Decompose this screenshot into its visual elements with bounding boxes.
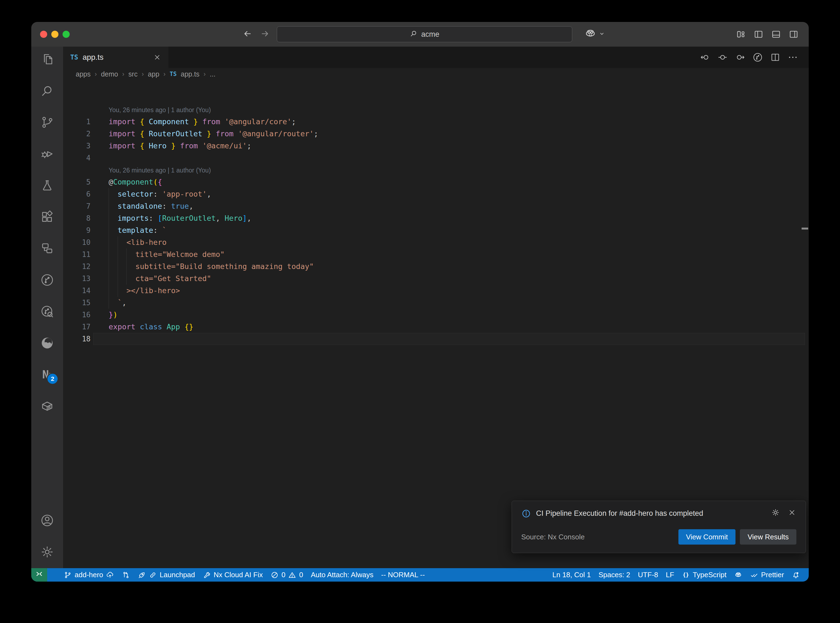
activity-item-edge-devtools[interactable] [40,336,55,350]
code-line: 12 subtitle="Build something amazing tod… [63,261,809,273]
tab-app-ts[interactable]: TS app.ts [63,47,169,68]
prettier-item[interactable]: Prettier [746,568,788,582]
copilot-icon [584,28,597,41]
zoom-window-button[interactable] [63,31,70,38]
git-branch-item[interactable]: add-hero [60,568,118,582]
auto-attach-item-label: Auto Attach: Always [311,571,373,579]
line-number: 1 [63,116,91,128]
breadcrumb-item-file[interactable]: app.ts [181,70,200,78]
activity-item-explorer[interactable] [40,52,55,67]
copilot-status-item[interactable] [730,568,746,582]
view-commit-button[interactable]: View Commit [679,529,736,545]
activity-item-extensions[interactable] [40,210,55,224]
customize-layout-icon[interactable] [736,29,746,40]
copilot-menu[interactable] [584,22,605,47]
code-line: 7 standalone: true, [63,200,809,212]
remote-indicator[interactable] [31,568,47,582]
auto-attach-item[interactable]: Auto Attach: Always [307,568,377,582]
code-text: imports: [RouterOutlet, Hero], [109,212,251,224]
activity-item-remote-explorer[interactable] [40,241,55,256]
breadcrumb-separator: › [204,71,206,78]
docker-icon [40,399,55,413]
problems-item-label: 0 [281,571,285,579]
forward-button[interactable] [260,29,270,40]
close-tab-icon[interactable] [153,53,161,61]
problems-item[interactable]: 00 [267,568,307,582]
git-graph-icon[interactable] [752,52,763,63]
line-number: 18 [63,333,91,345]
line-number: 17 [63,321,91,333]
gitlens-changes-icon[interactable] [717,52,728,63]
gitlens-next-change-icon[interactable] [735,52,746,63]
split-editor-icon[interactable] [770,52,781,63]
view-results-button[interactable]: View Results [740,529,796,545]
notification-toast: CI Pipeline Execution for #add-hero has … [511,501,806,553]
close-window-button[interactable] [40,31,47,38]
back-button[interactable] [243,29,252,40]
code-line: 18 [63,333,809,345]
breadcrumb-overflow[interactable]: ... [210,70,216,78]
editor-group: TS app.ts apps›demo›src›app›TSapp.ts›...… [63,47,809,568]
panel-bottom-icon[interactable] [771,29,781,40]
gitlens-prev-change-icon[interactable] [700,52,711,63]
nx-cloud-ai-fix-item[interactable]: Nx Cloud AI Fix [199,568,267,582]
activity-item-testing[interactable] [40,178,55,193]
activity-item-source-control[interactable] [40,115,55,130]
breadcrumb: apps›demo›src›app›TSapp.ts›... [63,68,809,80]
activity-bar-bottom [31,513,63,559]
typescript-file-icon: TS [70,54,78,61]
code-text: import { Component } from '@angular/core… [109,116,296,128]
activity-item-settings[interactable] [40,545,55,559]
code-text: `, [109,297,126,309]
command-center-search[interactable]: acme [277,26,572,42]
breadcrumb-item-demo[interactable]: demo [101,70,118,78]
git-branch-icon [64,571,72,579]
line-number: 16 [63,309,91,321]
activity-item-gitlens[interactable] [40,273,55,287]
line-number: 2 [63,128,91,140]
git-blame-annotation[interactable]: You, 26 minutes ago | 1 author (You) [109,164,211,176]
panel-left-icon[interactable] [753,29,764,40]
launchpad-item[interactable]: Launchpad [134,568,199,582]
eol-item[interactable]: LF [662,568,678,582]
code-text: }) [109,309,118,321]
line-number: 4 [63,152,91,164]
editor-actions [700,47,798,68]
cloud-upload-icon [106,571,114,579]
extensions-icon [40,210,55,224]
nx-console-badge: 2 [47,373,58,385]
code-text: template: ` [109,224,166,236]
vim-mode-item[interactable]: -- NORMAL -- [377,568,428,582]
indentation-item[interactable]: Spaces: 2 [595,568,634,582]
activity-bar-top: N›2 [31,52,63,413]
breadcrumb-item-src[interactable]: src [128,70,137,78]
code-text: ></lib-hero> [109,285,180,297]
vim-mode-item-label: -- NORMAL -- [381,571,425,579]
settings-icon [40,545,55,559]
notifications-item[interactable] [788,568,804,582]
activity-item-accounts[interactable] [40,513,55,528]
notification-close-icon[interactable] [788,508,796,519]
activity-item-search[interactable] [40,83,55,98]
breadcrumb-item-apps[interactable]: apps [76,70,91,78]
code-editor[interactable]: You, 26 minutes ago | 1 author (You)1imp… [63,80,809,568]
language-item[interactable]: {}TypeScript [678,568,730,582]
notification-settings-icon[interactable] [771,508,780,519]
line-number: 6 [63,188,91,200]
panel-right-icon[interactable] [788,29,799,40]
activity-item-nx-console[interactable]: N›2 [40,367,55,382]
activity-item-run-debug[interactable] [40,146,55,161]
encoding-item[interactable]: UTF-8 [634,568,662,582]
activity-item-gitlens-inspect[interactable] [40,304,55,319]
activity-item-docker[interactable] [40,399,55,413]
git-branch-item-label: add-hero [75,571,103,579]
more-actions-icon[interactable] [787,52,798,63]
notification-source: Source: Nx Console [521,533,585,541]
minimize-window-button[interactable] [51,31,58,38]
git-compare-item[interactable] [118,568,134,582]
line-number: 7 [63,200,91,212]
breadcrumb-item-app[interactable]: app [148,70,160,78]
cursor-position-item[interactable]: Ln 18, Col 1 [548,568,594,582]
git-blame-annotation[interactable]: You, 26 minutes ago | 1 author (You) [109,104,211,116]
search-icon [40,83,55,98]
